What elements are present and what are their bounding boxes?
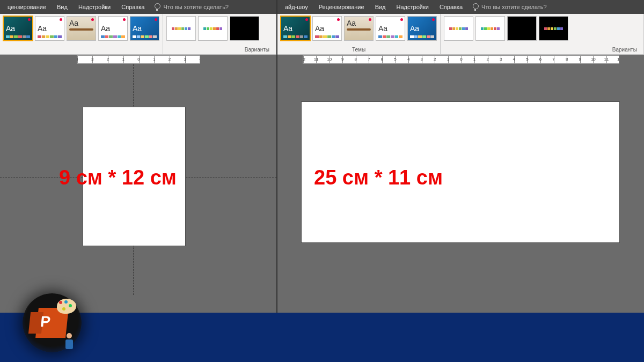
tell-me-label-r: Что вы хотите сделать? [481, 4, 547, 10]
ribbon-tabs-right: айд-шоу Рецензирование Вид Надстройки Сп… [277, 0, 644, 14]
themes-group-right: Aa Aa Aa Aa Aa Темы [277, 14, 441, 54]
theme-thumb-wood-r[interactable]: Aa [344, 16, 374, 41]
ribbon-tabs-left: цензирование Вид Надстройки Справка Что … [0, 0, 276, 14]
lightbulb-icon [154, 3, 160, 11]
dimension-label-left: 9 см * 12 см [59, 166, 177, 189]
tab-view-r[interactable]: Вид [370, 0, 391, 14]
tab-help-r[interactable]: Справка [434, 0, 468, 14]
tell-me-search[interactable]: Что вы хотите сделать? [154, 3, 229, 11]
tab-addins-r[interactable]: Надстройки [391, 0, 434, 14]
ribbon-left: Aa Aa Aa Aa Aa Варианты [0, 14, 276, 55]
tab-addins[interactable]: Надстройки [73, 0, 116, 14]
lightbulb-icon [472, 3, 478, 11]
tab-review[interactable]: цензирование [2, 0, 52, 14]
palette-icon [57, 299, 76, 314]
variant-2[interactable] [198, 16, 228, 41]
variant-r2[interactable] [475, 16, 505, 41]
theme-thumb-plain-r[interactable]: Aa [376, 16, 405, 41]
tell-me-search-r[interactable]: Что вы хотите сделать? [472, 3, 547, 11]
dimension-label-right: 25 см * 11 см [314, 166, 443, 189]
variant-r3[interactable] [507, 16, 537, 41]
ruler-left: 432101234 [0, 55, 276, 64]
ribbon-right: Aa Aa Aa Aa Aa Темы Варианты [277, 14, 644, 55]
theme-thumb-plain[interactable]: Aa [98, 16, 128, 41]
variants-label-right: Варианты [444, 46, 640, 54]
tell-me-label: Что вы хотите сделать? [163, 4, 229, 10]
variants-group-right: Варианты [441, 14, 644, 54]
tab-help[interactable]: Справка [116, 0, 150, 14]
variant-r1[interactable] [444, 16, 473, 41]
themes-label [3, 46, 159, 54]
variants-group-left: Варианты [163, 14, 276, 54]
tab-view[interactable]: Вид [52, 0, 73, 14]
tab-review-r[interactable]: Рецензирование [313, 0, 370, 14]
tab-slideshow[interactable]: айд-шоу [280, 0, 313, 14]
person-icon [64, 333, 74, 349]
themes-label-right: Темы [281, 46, 437, 54]
theme-thumb-blue-r[interactable]: Aa [407, 16, 437, 41]
theme-thumb-light[interactable]: Aa [35, 16, 64, 41]
variant-1[interactable] [166, 16, 196, 41]
variants-label-left: Варианты [166, 46, 273, 54]
theme-thumb-light-r[interactable]: Aa [312, 16, 342, 41]
ruler-right: 1211109876543210123456789101112 [277, 55, 644, 64]
bottom-banner [0, 313, 644, 362]
theme-thumb-dark[interactable]: Aa [3, 16, 33, 41]
theme-thumb-wood[interactable]: Aa [67, 16, 96, 41]
variant-3[interactable] [230, 16, 259, 41]
variant-r4[interactable] [539, 16, 568, 41]
theme-thumb-dark-r[interactable]: Aa [281, 16, 310, 41]
theme-thumb-blue[interactable]: Aa [130, 16, 159, 41]
powerpoint-badge: P [23, 293, 82, 352]
themes-group-left: Aa Aa Aa Aa Aa [0, 14, 163, 54]
